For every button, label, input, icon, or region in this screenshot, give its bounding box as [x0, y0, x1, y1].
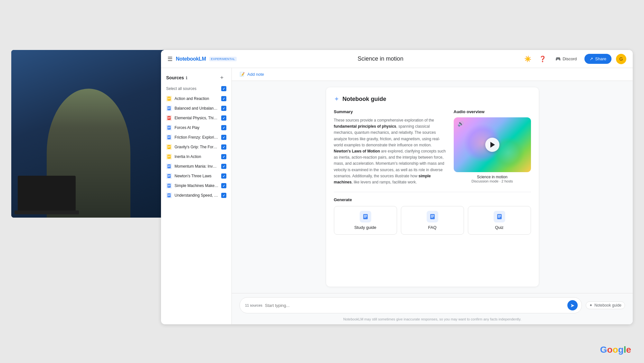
experimental-badge: EXPERIMENTAL	[209, 57, 237, 61]
add-note-bar: 📝 Add note	[232, 68, 633, 81]
svg-rect-22	[168, 147, 170, 147]
notebooklm-logo: NotebookLM	[176, 56, 206, 62]
svg-rect-46	[364, 216, 367, 217]
bottom-bar: 11 sources ➤ ✦ Notebook guide NotebookLM…	[232, 293, 633, 324]
source-checkbox-1[interactable]	[221, 106, 226, 111]
audio-sound-icon: 🔊	[458, 121, 464, 127]
source-name-3: Forces At Play	[175, 125, 219, 130]
play-button[interactable]	[485, 138, 499, 152]
svg-rect-53	[498, 215, 501, 216]
quiz-card[interactable]: Quiz	[468, 206, 531, 235]
source-name-2: Elemental Physics, Third E...	[175, 116, 219, 120]
sources-sidebar: Sources ℹ + Select all sources Action an…	[161, 68, 232, 324]
summary-label: Summary	[334, 109, 446, 114]
svg-rect-25	[168, 156, 170, 156]
source-checkbox-3[interactable]	[221, 125, 226, 130]
svg-rect-45	[364, 215, 367, 216]
source-checkbox-9[interactable]	[221, 183, 226, 188]
svg-rect-43	[168, 196, 170, 196]
select-all-label: Select all sources	[166, 86, 196, 91]
sources-title: Sources	[166, 75, 184, 80]
source-checkbox-2[interactable]	[221, 115, 226, 121]
help-button[interactable]: ❓	[537, 54, 548, 64]
source-name-9: Simple Machines Make W...	[175, 183, 219, 188]
source-checkbox-0[interactable]	[221, 96, 226, 101]
share-button[interactable]: ↗ Share	[584, 54, 611, 64]
add-source-button[interactable]: +	[217, 73, 226, 82]
list-item[interactable]: Balanced and Unbalance....	[161, 103, 232, 113]
generate-cards: Study guide FAQ	[334, 206, 531, 235]
add-note-icon: 📝	[240, 72, 245, 77]
list-item[interactable]: Momentum Mania: Investi...	[161, 162, 232, 171]
audio-label: Audio overview	[454, 109, 531, 114]
list-item[interactable]: Action and Reaction	[161, 94, 232, 103]
svg-rect-27	[168, 157, 170, 157]
svg-rect-37	[168, 185, 170, 185]
svg-rect-34	[168, 176, 170, 176]
svg-rect-9	[168, 117, 170, 117]
source-checkbox-8[interactable]	[221, 173, 226, 179]
svg-rect-6	[168, 108, 170, 108]
share-icon: ↗	[590, 56, 593, 61]
svg-rect-13	[168, 127, 170, 127]
sources-info-icon[interactable]: ℹ	[186, 75, 187, 80]
sparkle-icon: ✦	[334, 95, 339, 103]
faq-card[interactable]: FAQ	[401, 206, 464, 235]
study-guide-card[interactable]: Study guide	[334, 206, 397, 235]
add-note-button[interactable]: 📝 Add note	[240, 72, 264, 77]
notebook-main: 📝 Add note ✦ Notebook guide Summary Thes	[232, 68, 633, 324]
list-item[interactable]: Forces At Play	[161, 123, 232, 132]
svg-rect-11	[168, 118, 170, 119]
list-item[interactable]: Inertia In Action	[161, 152, 232, 162]
summary-column: Summary These sources provide a comprehe…	[334, 109, 446, 185]
source-icon-10	[166, 192, 172, 198]
list-item[interactable]: Elemental Physics, Third E...	[161, 113, 232, 123]
source-checkbox-5[interactable]	[221, 144, 226, 150]
avatar[interactable]: G	[616, 54, 626, 64]
top-bar-left: ☰ NotebookLM EXPERIMENTAL	[167, 55, 238, 63]
source-checkbox-4[interactable]	[221, 135, 226, 140]
theme-toggle-button[interactable]: ☀️	[523, 54, 533, 64]
list-item[interactable]: Newton's Three Laws	[161, 171, 232, 181]
svg-rect-3	[168, 99, 170, 99]
source-name-1: Balanced and Unbalance....	[175, 106, 219, 111]
add-note-label: Add note	[247, 72, 264, 77]
notebook-guide-sparkle-icon: ✦	[589, 303, 592, 308]
source-checkbox-10[interactable]	[221, 193, 226, 198]
discord-label: Discord	[563, 56, 577, 61]
svg-rect-33	[168, 175, 170, 175]
svg-rect-31	[168, 167, 170, 167]
source-icon-8	[166, 173, 172, 179]
notebooklm-panel: ☰ NotebookLM EXPERIMENTAL Science in mot…	[161, 50, 633, 324]
send-button[interactable]: ➤	[567, 300, 578, 310]
faq-label: FAQ	[428, 225, 436, 230]
svg-rect-30	[168, 166, 170, 166]
list-item[interactable]: Friction Frenzy: Exploring ...	[161, 132, 232, 142]
svg-rect-15	[168, 128, 170, 128]
svg-rect-47	[364, 217, 366, 218]
hamburger-icon[interactable]: ☰	[167, 55, 173, 63]
select-all-checkbox[interactable]	[221, 86, 226, 91]
notebook-guide-pill[interactable]: ✦ Notebook guide	[586, 301, 625, 309]
video-person	[11, 50, 166, 218]
discord-button[interactable]: 🎮 Discord	[552, 54, 580, 63]
svg-rect-52	[497, 214, 502, 219]
google-g: G	[600, 345, 607, 355]
list-item[interactable]: Understanding Speed, Vel...	[161, 191, 232, 200]
play-triangle-icon	[490, 142, 495, 148]
quiz-icon	[494, 211, 505, 222]
notebook-guide-area: ✦ Notebook guide Summary These sources p…	[232, 81, 633, 293]
source-checkbox-7[interactable]	[221, 164, 226, 169]
audio-column: Audio overview 🔊 Science in motion Discu…	[454, 109, 531, 185]
svg-rect-18	[168, 137, 170, 137]
top-bar-right: ☀️ ❓ 🎮 Discord ↗ Share G	[523, 54, 626, 64]
list-item[interactable]: Simple Machines Make W...	[161, 181, 232, 191]
svg-rect-38	[168, 185, 170, 186]
svg-rect-26	[168, 156, 170, 157]
source-checkbox-6[interactable]	[221, 154, 226, 159]
list-item[interactable]: Gravity's Grip: The Force ...	[161, 142, 232, 152]
chat-input[interactable]	[265, 303, 565, 308]
svg-rect-48	[430, 214, 435, 219]
svg-rect-54	[498, 216, 501, 217]
svg-rect-44	[363, 214, 368, 219]
